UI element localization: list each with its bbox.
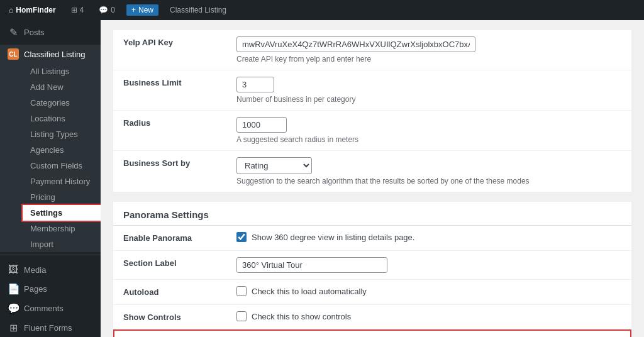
posts-icon: ✎ bbox=[8, 26, 19, 38]
panorama-section-label-input[interactable] bbox=[236, 257, 387, 273]
autoload-label: Autoload bbox=[113, 280, 226, 305]
business-limit-row: Business Limit Number of business in per… bbox=[113, 70, 631, 111]
yelp-api-key-input[interactable] bbox=[236, 36, 475, 52]
sidebar-item-pages[interactable]: 📄 Pages bbox=[0, 279, 101, 299]
comments-icon: 💬 bbox=[99, 6, 108, 14]
sidebar-item-pricing[interactable]: Pricing bbox=[23, 189, 101, 205]
enable-panorama-row: Enable Panorama Show 360 degree view in … bbox=[113, 226, 631, 251]
show-controls-checkbox-row: Check this to show controls bbox=[236, 311, 621, 321]
panorama-settings-section: Panorama Settings Enable Panorama Show 3… bbox=[113, 202, 631, 329]
sidebar-item-categories[interactable]: Categories bbox=[23, 95, 101, 111]
autoload-checkbox-label: Check this to load automatically bbox=[252, 287, 367, 296]
enable-panorama-label: Enable Panorama bbox=[113, 226, 226, 251]
radius-input[interactable] bbox=[236, 117, 287, 133]
sidebar-bottom-section: 🖼 Media 📄 Pages 💬 Comments ⊞ Fluent Form… bbox=[0, 258, 101, 337]
yelp-api-key-desc: Create API key from yelp and enter here bbox=[236, 55, 621, 64]
business-sort-cell: Rating Best Match Review Count Distance … bbox=[226, 151, 631, 192]
enable-panorama-checkbox-label: Show 360 degree view in listing details … bbox=[252, 233, 414, 242]
business-sort-row: Business Sort by Rating Best Match Revie… bbox=[113, 151, 631, 192]
sidebar-item-add-new[interactable]: Add New bbox=[23, 79, 101, 95]
radius-label: Radius bbox=[113, 111, 226, 151]
yelp-settings-table: Yelp API Key Create API key from yelp an… bbox=[113, 30, 631, 192]
main-content: Yelp API Key Create API key from yelp an… bbox=[101, 20, 644, 337]
radius-row: Radius A suggested search radius in mete… bbox=[113, 111, 631, 151]
sidebar-divider-1 bbox=[0, 255, 101, 255]
wp-logo-icon: ⌂ bbox=[9, 6, 13, 14]
enable-panorama-cell: Show 360 degree view in listing details … bbox=[226, 226, 631, 251]
sidebar: ✎ Posts CL Classified Listing All Listin… bbox=[0, 20, 101, 337]
panorama-settings-table: Enable Panorama Show 360 degree view in … bbox=[113, 226, 631, 329]
sidebar-item-import[interactable]: Import bbox=[23, 236, 101, 252]
sidebar-item-payment-history[interactable]: Payment History bbox=[23, 174, 101, 189]
sidebar-item-comments[interactable]: 💬 Comments bbox=[0, 299, 101, 318]
sidebar-item-listing-types[interactable]: Listing Types bbox=[23, 126, 101, 142]
floor-plan-heading: Floor Plan Settings bbox=[114, 331, 630, 337]
business-sort-select[interactable]: Rating Best Match Review Count Distance bbox=[236, 157, 312, 174]
panorama-section-label-th: Section Label bbox=[113, 251, 226, 280]
comments-icon: 💬 bbox=[8, 302, 19, 314]
sidebar-item-all-listings[interactable]: All Listings bbox=[23, 64, 101, 79]
radius-desc: A suggested search radius in meters bbox=[236, 135, 621, 144]
show-controls-label: Show Controls bbox=[113, 305, 226, 330]
autoload-cell: Check this to load automatically bbox=[226, 280, 631, 305]
admin-bar-comments[interactable]: 💬 0 bbox=[95, 0, 119, 20]
panorama-section-label-cell bbox=[226, 251, 631, 280]
classified-submenu: All Listings Add New Categories Location… bbox=[0, 64, 101, 252]
sidebar-item-custom-fields[interactable]: Custom Fields bbox=[23, 158, 101, 174]
yelp-api-key-row: Yelp API Key Create API key from yelp an… bbox=[113, 30, 631, 70]
sidebar-item-media[interactable]: 🖼 Media bbox=[0, 260, 101, 279]
classified-icon: CL bbox=[8, 48, 19, 60]
business-limit-desc: Number of business in per category bbox=[236, 95, 621, 104]
sidebar-item-membership[interactable]: Membership bbox=[23, 221, 101, 236]
admin-bar-brand[interactable]: ⌂ HomFinder bbox=[5, 0, 60, 20]
floor-plan-settings-section: Floor Plan Settings Enable Floor Plan Ad… bbox=[113, 329, 631, 337]
autoload-row: Autoload Check this to load automaticall… bbox=[113, 280, 631, 305]
sidebar-posts-section: ✎ Posts bbox=[0, 20, 101, 45]
updates-icon: ⊞ bbox=[71, 6, 77, 14]
plus-icon: + bbox=[131, 6, 136, 14]
radius-cell: A suggested search radius in meters bbox=[226, 111, 631, 151]
sidebar-item-locations[interactable]: Locations bbox=[23, 111, 101, 126]
sidebar-item-posts[interactable]: ✎ Posts bbox=[0, 23, 101, 42]
yelp-settings-section: Yelp API Key Create API key from yelp an… bbox=[113, 30, 631, 192]
business-sort-desc: Suggestion to the search algorithm that … bbox=[236, 177, 621, 185]
business-limit-label: Business Limit bbox=[113, 70, 226, 111]
show-controls-checkbox[interactable] bbox=[236, 311, 247, 321]
admin-bar: ⌂ HomFinder ⊞ 4 💬 0 + New Classified Lis… bbox=[0, 0, 644, 20]
show-controls-checkbox-label: Check this to show controls bbox=[252, 312, 351, 321]
admin-bar-updates[interactable]: ⊞ 4 bbox=[67, 0, 88, 20]
business-sort-label: Business Sort by bbox=[113, 151, 226, 192]
classified-listing-header[interactable]: CL Classified Listing bbox=[0, 45, 101, 64]
pages-icon: 📄 bbox=[8, 283, 19, 295]
panorama-heading: Panorama Settings bbox=[113, 202, 631, 226]
enable-panorama-checkbox[interactable] bbox=[236, 232, 247, 242]
sidebar-item-settings[interactable]: Settings bbox=[23, 205, 101, 221]
sidebar-item-agencies[interactable]: Agencies bbox=[23, 142, 101, 158]
classified-listing-section: CL Classified Listing All Listings Add N… bbox=[0, 45, 101, 252]
business-limit-cell: Number of business in per category bbox=[226, 70, 631, 111]
business-limit-input[interactable] bbox=[236, 77, 274, 92]
admin-bar-classified[interactable]: Classified Listing bbox=[166, 0, 230, 20]
yelp-api-key-cell: Create API key from yelp and enter here bbox=[226, 30, 631, 70]
media-icon: 🖼 bbox=[8, 264, 19, 275]
fluent-forms-icon: ⊞ bbox=[8, 322, 19, 334]
enable-panorama-checkbox-row: Show 360 degree view in listing details … bbox=[236, 232, 621, 242]
autoload-checkbox[interactable] bbox=[236, 286, 247, 296]
show-controls-row: Show Controls Check this to show control… bbox=[113, 305, 631, 330]
autoload-checkbox-row: Check this to load automatically bbox=[236, 286, 621, 296]
show-controls-cell: Check this to show controls bbox=[226, 305, 631, 330]
yelp-api-key-label: Yelp API Key bbox=[113, 30, 226, 70]
admin-bar-new-button[interactable]: + New bbox=[126, 4, 158, 16]
panorama-section-label-row: Section Label bbox=[113, 251, 631, 280]
sidebar-item-fluent-forms[interactable]: ⊞ Fluent Forms bbox=[0, 318, 101, 337]
